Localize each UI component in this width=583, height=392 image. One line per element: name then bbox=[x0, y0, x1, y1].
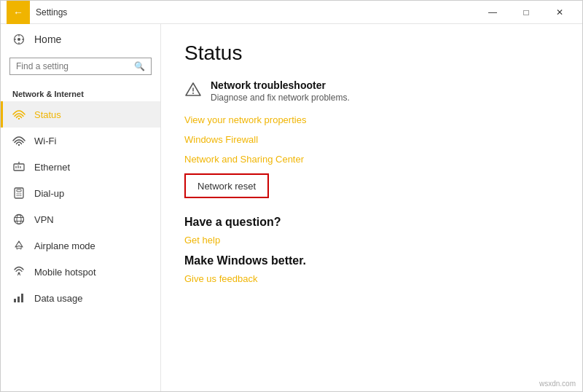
view-properties-link[interactable]: View your network properties bbox=[184, 114, 559, 125]
home-icon bbox=[12, 33, 26, 46]
svg-point-22 bbox=[17, 215, 21, 224]
warning-icon bbox=[184, 81, 202, 98]
svg-rect-26 bbox=[14, 299, 16, 302]
maximize-button[interactable]: □ bbox=[509, 1, 543, 24]
search-box[interactable]: 🔍 bbox=[9, 58, 152, 75]
sidebar-item-vpn-label: VPN bbox=[34, 214, 54, 225]
sidebar-item-vpn[interactable]: VPN bbox=[1, 206, 160, 232]
back-button[interactable]: ← bbox=[7, 1, 30, 24]
window-controls: — □ ✕ bbox=[476, 1, 576, 24]
back-icon: ← bbox=[13, 7, 23, 18]
airplane-icon bbox=[12, 239, 26, 252]
svg-point-17 bbox=[20, 193, 22, 195]
sidebar-item-wifi-label: Wi-Fi bbox=[34, 136, 56, 146]
svg-point-21 bbox=[15, 215, 24, 224]
network-reset-label: Network reset bbox=[197, 181, 256, 192]
window-title: Settings bbox=[36, 7, 476, 17]
troubleshooter-row: Network troubleshooter Diagnose and fix … bbox=[184, 79, 559, 103]
svg-point-20 bbox=[20, 195, 22, 197]
title-bar: ← Settings — □ ✕ bbox=[1, 1, 582, 24]
svg-point-19 bbox=[18, 195, 20, 197]
troubleshooter-text: Network troubleshooter Diagnose and fix … bbox=[211, 79, 350, 103]
sidebar-item-hotspot[interactable]: Mobile hotspot bbox=[1, 259, 160, 285]
sidebar-item-status-label: Status bbox=[34, 109, 61, 120]
hotspot-icon bbox=[12, 265, 26, 278]
make-better-section: Make Windows better. Give us feedback bbox=[184, 254, 559, 284]
data-icon bbox=[12, 291, 26, 305]
close-button[interactable]: ✕ bbox=[543, 1, 576, 24]
svg-point-16 bbox=[18, 193, 20, 195]
sidebar-item-data[interactable]: Data usage bbox=[1, 285, 160, 311]
svg-point-7 bbox=[18, 144, 20, 146]
make-better-heading: Make Windows better. bbox=[184, 254, 559, 267]
sidebar: Home 🔍 Network & Internet bbox=[1, 24, 161, 391]
svg-point-30 bbox=[192, 93, 194, 94]
svg-rect-14 bbox=[17, 189, 21, 192]
content-area: Home 🔍 Network & Internet bbox=[1, 24, 582, 391]
network-reset-box[interactable]: Network reset bbox=[184, 173, 269, 198]
get-help-link[interactable]: Get help bbox=[184, 235, 559, 246]
feedback-link[interactable]: Give us feedback bbox=[184, 273, 559, 284]
svg-point-6 bbox=[18, 118, 20, 119]
svg-rect-28 bbox=[21, 294, 23, 302]
main-panel: Status Network troubleshooter Diagnose a… bbox=[161, 24, 582, 391]
sidebar-section-title: Network & Internet bbox=[1, 84, 160, 101]
sidebar-item-home[interactable]: Home bbox=[1, 24, 160, 55]
home-label: Home bbox=[34, 34, 61, 45]
status-icon bbox=[12, 108, 26, 121]
watermark: wsxdn.com bbox=[539, 380, 576, 388]
sidebar-item-status[interactable]: Status bbox=[1, 101, 160, 128]
wifi-icon bbox=[12, 134, 26, 147]
sidebar-item-ethernet-label: Ethernet bbox=[34, 162, 70, 173]
have-question-heading: Have a question? bbox=[184, 216, 559, 229]
settings-window: ← Settings — □ ✕ bbox=[0, 0, 583, 392]
sidebar-item-dialup[interactable]: Dial-up bbox=[1, 180, 160, 206]
ethernet-icon bbox=[12, 160, 26, 173]
svg-rect-27 bbox=[17, 297, 20, 302]
sidebar-item-dialup-label: Dial-up bbox=[34, 188, 64, 199]
svg-point-18 bbox=[17, 195, 18, 197]
svg-point-1 bbox=[17, 38, 20, 41]
troubleshooter-description: Diagnose and fix network problems. bbox=[211, 93, 350, 103]
have-question-section: Have a question? Get help bbox=[184, 216, 559, 246]
sidebar-item-ethernet[interactable]: Ethernet bbox=[1, 154, 160, 180]
windows-firewall-link[interactable]: Windows Firewall bbox=[184, 134, 559, 145]
svg-rect-8 bbox=[14, 164, 24, 170]
vpn-icon bbox=[12, 213, 26, 226]
sidebar-item-airplane-label: Airplane mode bbox=[34, 240, 95, 251]
sidebar-item-hotspot-label: Mobile hotspot bbox=[34, 267, 96, 278]
sidebar-item-airplane[interactable]: Airplane mode bbox=[1, 232, 160, 259]
dialup-icon bbox=[12, 187, 26, 200]
sidebar-item-data-label: Data usage bbox=[34, 293, 83, 304]
search-icon: 🔍 bbox=[134, 61, 145, 71]
search-input[interactable] bbox=[16, 61, 134, 71]
main-title: Status bbox=[184, 42, 559, 65]
svg-point-15 bbox=[17, 193, 18, 195]
sharing-center-link[interactable]: Network and Sharing Center bbox=[184, 154, 559, 165]
troubleshooter-heading: Network troubleshooter bbox=[211, 79, 350, 91]
minimize-button[interactable]: — bbox=[476, 1, 509, 24]
sidebar-item-wifi[interactable]: Wi-Fi bbox=[1, 128, 160, 154]
